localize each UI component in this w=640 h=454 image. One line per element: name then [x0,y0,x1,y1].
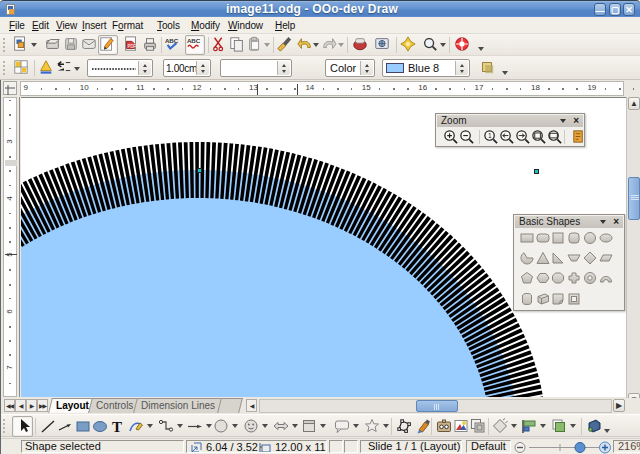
svg-text:T: T [112,419,122,435]
svg-text:1: 1 [488,132,492,139]
svg-text:ABC: ABC [187,37,201,44]
svg-text:PDF: PDF [127,44,136,49]
svg-text:ABC: ABC [165,37,179,44]
